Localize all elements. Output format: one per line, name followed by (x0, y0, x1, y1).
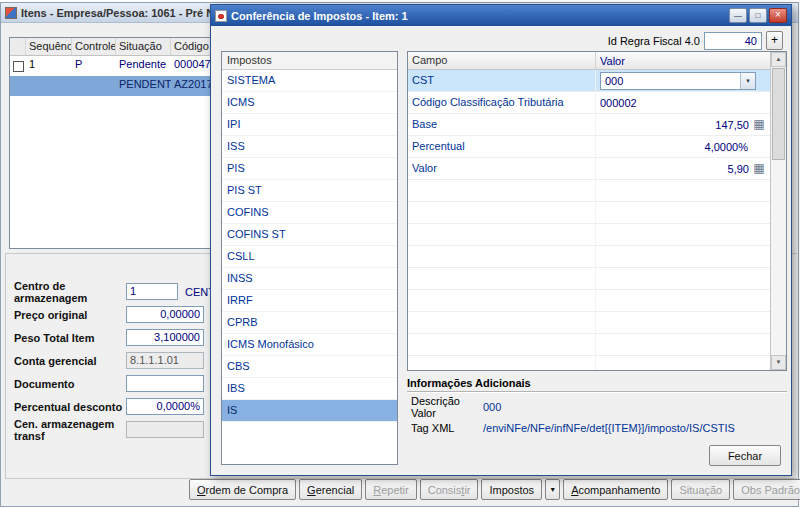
id-regra-fiscal-input[interactable]: 40 (704, 32, 762, 50)
close-icon[interactable]: × (769, 8, 787, 23)
empty-cell (408, 334, 596, 355)
tax-item-inss[interactable]: INSS (222, 268, 397, 290)
tax-item-cbs[interactable]: CBS (222, 356, 397, 378)
grid-cell (72, 76, 116, 96)
gerencial-button[interactable]: Gerencial (299, 479, 362, 500)
field-value-cell: 5,90▦ (596, 162, 770, 176)
valor-column-header[interactable]: Valor (596, 52, 770, 69)
cell-value: 000002 (600, 97, 637, 109)
tax-item-pis-st[interactable]: PIS ST (222, 180, 397, 202)
field-label: Conta gerencial (14, 355, 126, 367)
empty-cell (408, 356, 596, 370)
tax-item-ipi[interactable]: IPI (222, 114, 397, 136)
ordem-de-compra-button[interactable]: Ordem de Compra (189, 479, 296, 500)
cst-combobox[interactable]: 000▾ (600, 72, 756, 90)
tax-fields-grid-body: Campo Valor CST000▾Código Classificação … (408, 52, 770, 370)
impostos-dropdown-icon[interactable]: ▼ (545, 479, 560, 500)
empty-row (408, 180, 770, 202)
tax-field-row-valor[interactable]: Valor5,90▦ (408, 158, 770, 180)
campo-column-header[interactable]: Campo (408, 52, 596, 69)
documento-input[interactable] (126, 375, 204, 392)
column-header-controle[interactable]: Controle (72, 38, 116, 55)
field-label: Peso Total Item (14, 332, 126, 344)
descricao-valor-value: 000 (483, 401, 501, 413)
tax-item-ibs[interactable]: IBS (222, 378, 397, 400)
modal-titlebar[interactable]: Conferência de Impostos - Item: 1 — □ × (211, 5, 791, 26)
tax-item-cofins[interactable]: COFINS (222, 202, 397, 224)
tax-field-row-codigo-classificacao-tributaria[interactable]: Código Classificação Tributária000002 (408, 92, 770, 114)
empty-cell (408, 290, 596, 311)
tax-item-cprb[interactable]: CPRB (222, 312, 397, 334)
tax-list: Impostos SISTEMAICMSIPIISSPISPIS STCOFIN… (221, 51, 398, 465)
fields-grid-header: Campo Valor (408, 52, 770, 70)
tax-item-pis[interactable]: PIS (222, 158, 397, 180)
select-column-header (10, 38, 26, 55)
additional-info-title: Informações Adicionais (407, 377, 787, 389)
empty-row (408, 224, 770, 246)
empty-row (408, 246, 770, 268)
empty-row (408, 290, 770, 312)
cell-value: 4,0000% (705, 141, 748, 153)
scroll-down-icon[interactable]: ▼ (771, 355, 786, 370)
scrollbar[interactable]: ▲ ▼ (770, 52, 786, 370)
tax-item-icms-monofasico[interactable]: ICMS Monofásico (222, 334, 397, 356)
scrollbar-thumb[interactable] (772, 68, 785, 160)
centro-de-armazenagem-input[interactable]: 1 (126, 283, 178, 300)
calculator-icon[interactable]: ▦ (752, 118, 766, 132)
minimize-icon[interactable]: — (729, 8, 747, 23)
scrollbar-track[interactable] (771, 67, 786, 355)
peso-total-item-input[interactable]: 3,100000 (126, 329, 204, 346)
groupbox-rule (407, 391, 787, 393)
field-name-cell: Percentual (408, 136, 596, 157)
tax-item-irrf[interactable]: IRRF (222, 290, 397, 312)
consistir-button: Consistir (420, 479, 479, 500)
preco-original-input[interactable]: 0,00000 (126, 306, 204, 323)
maximize-icon[interactable]: □ (749, 8, 767, 23)
id-regra-fiscal-label: Id Regra Fiscal 4.0 (608, 35, 700, 47)
fields-grid-rows: CST000▾Código Classificação Tributária00… (408, 70, 770, 370)
repetir-button: Repetir (365, 479, 416, 500)
column-header-sequencia[interactable]: Sequência (26, 38, 72, 55)
add-rule-button[interactable]: + (766, 31, 783, 50)
row-select-cell[interactable] (10, 56, 26, 76)
tax-item-sistema[interactable]: SISTEMA (222, 70, 397, 92)
tax-field-row-percentual[interactable]: Percentual4,0000% (408, 136, 770, 158)
tax-field-row-base[interactable]: Base147,50▦ (408, 114, 770, 136)
acompanhamento-button[interactable]: Acompanhamento (563, 479, 668, 500)
percentual-desconto-input[interactable]: 0,0000% (126, 398, 204, 415)
empty-row (408, 356, 770, 370)
grid-cell: 1 (26, 56, 72, 76)
scroll-up-icon[interactable]: ▲ (771, 52, 786, 67)
tax-field-row-cst[interactable]: CST000▾ (408, 70, 770, 92)
modal-icon (215, 10, 227, 22)
cen-armazenagem-transf-input[interactable] (126, 421, 204, 438)
empty-cell (408, 180, 596, 201)
tax-item-icms[interactable]: ICMS (222, 92, 397, 114)
cell-value: 5,90 (728, 163, 749, 175)
descricao-valor-row: Descrição Valor 000 (407, 396, 787, 417)
field-label: Documento (14, 378, 126, 390)
app-icon (5, 7, 17, 19)
fechar-button[interactable]: Fechar (709, 445, 781, 466)
row-checkbox[interactable] (13, 61, 24, 72)
situacao-button: Situação (671, 479, 730, 500)
tax-item-csll[interactable]: CSLL (222, 246, 397, 268)
empty-cell (408, 224, 596, 245)
calculator-icon[interactable]: ▦ (752, 162, 766, 176)
field-label: Cen. armazenagem transf (14, 418, 126, 442)
descricao-valor-label: Descrição Valor (411, 395, 483, 419)
bottom-button-bar: Ordem de CompraGerencialRepetirConsistir… (189, 479, 800, 500)
row-select-cell[interactable] (10, 76, 26, 96)
chevron-down-icon[interactable]: ▾ (740, 73, 755, 89)
tag-xml-label: Tag XML (411, 422, 483, 434)
empty-cell (408, 268, 596, 289)
impostos-button[interactable]: Impostos (481, 479, 542, 500)
tax-item-is[interactable]: IS (222, 400, 397, 422)
field-value-cell: 147,50▦ (596, 118, 770, 132)
field-value-cell: 000▾ (596, 72, 770, 90)
tax-item-cofins-st[interactable]: COFINS ST (222, 224, 397, 246)
tax-item-iss[interactable]: ISS (222, 136, 397, 158)
column-header-situacao[interactable]: Situação (116, 38, 171, 55)
grid-cell (26, 76, 72, 96)
conta-gerencial-input[interactable]: 8.1.1.1.01 (126, 352, 204, 369)
